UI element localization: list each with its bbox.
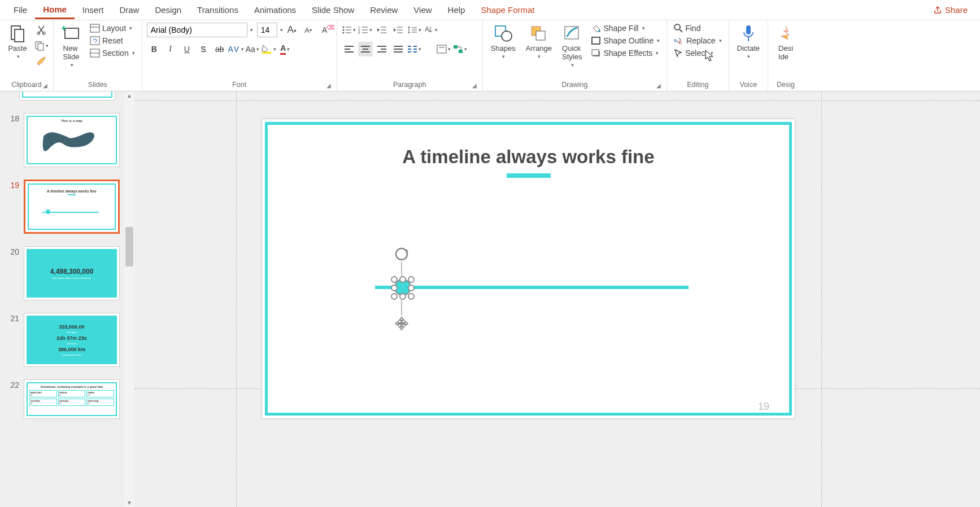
tab-home[interactable]: Home [35, 1, 75, 19]
italic-button[interactable]: I [163, 42, 178, 56]
caret-icon[interactable]: ▾ [280, 27, 283, 33]
group-voice: Dictate▾ Voice [729, 20, 768, 91]
underline-button[interactable]: U [180, 42, 194, 56]
thumb-num: 19 [3, 180, 19, 190]
shadow-button[interactable]: S [196, 42, 211, 56]
section-button[interactable]: Section▾ [88, 47, 137, 59]
justify-button[interactable] [391, 42, 406, 56]
change-case-button[interactable]: Aa▾ [245, 42, 260, 56]
thumbnail-19[interactable]: A timeline always works fine [24, 180, 120, 234]
scroll-thumb[interactable] [125, 227, 133, 266]
svg-point-13 [343, 27, 345, 28]
sel-handle[interactable] [399, 276, 406, 283]
launcher-icon[interactable]: ◢ [656, 82, 661, 89]
share-button[interactable]: Share [926, 2, 974, 18]
launcher-icon[interactable]: ◢ [472, 82, 477, 89]
shape-effects-button[interactable]: Shape Effects▾ [589, 47, 662, 59]
bullets-icon [342, 25, 352, 34]
shrink-font-button[interactable]: A▾ [301, 23, 316, 37]
sel-handle[interactable] [408, 276, 415, 283]
shape-fill-button[interactable]: Shape Fill▾ [589, 23, 662, 34]
tab-animations[interactable]: Animations [246, 2, 304, 18]
align-text-button[interactable]: ▾ [437, 42, 451, 56]
launcher-icon[interactable]: ◢ [326, 82, 331, 89]
bold-button[interactable]: B [147, 42, 162, 56]
highlight-button[interactable]: ▾ [262, 42, 276, 56]
slide-title: A timeline always works fine [262, 146, 795, 168]
guide [134, 100, 980, 101]
sel-handle[interactable] [408, 293, 415, 300]
replace-button[interactable]: abReplace▾ [672, 35, 724, 46]
guide [236, 91, 237, 507]
tab-design[interactable]: Design [147, 2, 189, 18]
find-button[interactable]: Find [672, 23, 724, 34]
thumbnail-22[interactable]: Sometimes, reviewing concepts is a good … [24, 379, 120, 419]
thumb-num: 18 [3, 113, 19, 123]
smartart-button[interactable]: ▾ [453, 42, 468, 56]
bullets-button[interactable]: ▾ [342, 23, 356, 37]
arrange-button[interactable]: Arrange▾ [522, 23, 555, 60]
new-slide-button[interactable]: New Slide ▾ [58, 23, 84, 69]
copy-button[interactable]: ▾ [34, 38, 49, 53]
slide-canvas[interactable]: A timeline always works fine 19 [134, 91, 980, 507]
strike-button[interactable]: ab [212, 42, 227, 56]
tab-help[interactable]: Help [440, 2, 473, 18]
sel-handle[interactable] [391, 285, 398, 291]
thumbnail-18[interactable]: This is a map [24, 113, 120, 167]
shape-outline-button[interactable]: Shape Outline▾ [589, 35, 662, 46]
tab-view[interactable]: View [406, 2, 439, 18]
fill-icon [591, 24, 601, 33]
svg-text:3: 3 [358, 31, 360, 34]
paste-button[interactable]: Paste ▾ [5, 23, 31, 60]
format-painter-button[interactable] [34, 54, 49, 69]
rotate-handle[interactable] [394, 246, 410, 262]
sel-handle[interactable] [399, 293, 406, 300]
sel-handle[interactable] [408, 285, 415, 291]
timeline-line[interactable] [375, 286, 689, 289]
tab-file[interactable]: File [6, 2, 35, 18]
clear-format-button[interactable]: A⌫ [317, 23, 332, 37]
layout-button[interactable]: Layout▾ [88, 23, 137, 34]
align-left-button[interactable] [342, 42, 356, 56]
slide[interactable]: A timeline always works fine 19 [262, 119, 795, 419]
design-ideas-button[interactable]: Desi Ide [773, 23, 799, 62]
new-slide-label: New Slide [63, 44, 80, 61]
thumbnail-20[interactable]: 4,498,300,000 lorem ipsum dolor sit amet… [24, 246, 120, 300]
cut-button[interactable] [34, 23, 49, 37]
dictate-button[interactable]: Dictate▾ [734, 23, 763, 60]
svg-rect-70 [746, 25, 751, 34]
char-spacing-button[interactable]: AV▾ [229, 42, 243, 56]
align-center-icon [360, 45, 371, 53]
tab-shape-format[interactable]: Shape Format [473, 2, 542, 18]
tab-draw[interactable]: Draw [111, 2, 147, 18]
reset-button[interactable]: Reset [88, 35, 137, 46]
sel-handle[interactable] [391, 293, 398, 300]
thumbnail-17[interactable] [19, 91, 115, 100]
thumbnail-21[interactable]: 333,000.00 lorem ipsum 24h 37m 23s lorem… [24, 313, 120, 367]
line-spacing-button[interactable]: ▾ [407, 23, 422, 37]
numbering-button[interactable]: 123▾ [358, 23, 373, 37]
tab-review[interactable]: Review [362, 2, 406, 18]
font-size-input[interactable] [257, 23, 277, 37]
grow-font-button[interactable]: A▴ [285, 23, 299, 37]
select-button[interactable]: Select▾ [672, 47, 724, 59]
indent-button[interactable] [391, 23, 406, 37]
thumbs-scrollbar[interactable]: ▲ ▼ [124, 91, 134, 507]
move-handle[interactable] [393, 316, 410, 333]
caret-icon[interactable]: ▾ [250, 27, 253, 33]
sel-handle[interactable] [391, 276, 398, 283]
align-right-button[interactable] [374, 42, 389, 56]
tab-insert[interactable]: Insert [75, 2, 112, 18]
text-direction-button[interactable]: A▾ [424, 23, 438, 37]
launcher-icon[interactable]: ◢ [43, 82, 47, 89]
columns-button[interactable]: ▾ [407, 42, 422, 56]
tab-slideshow[interactable]: Slide Show [304, 2, 362, 18]
font-name-input[interactable] [147, 23, 247, 37]
quick-styles-button[interactable]: Quick Styles▾ [559, 23, 585, 69]
shapes-button[interactable]: Shapes▾ [487, 23, 519, 60]
copy-icon [34, 41, 45, 51]
align-center-button[interactable] [358, 42, 373, 56]
font-color-button[interactable]: A▾ [278, 42, 293, 56]
dedent-button[interactable] [374, 23, 389, 37]
tab-transitions[interactable]: Transitions [189, 2, 246, 18]
